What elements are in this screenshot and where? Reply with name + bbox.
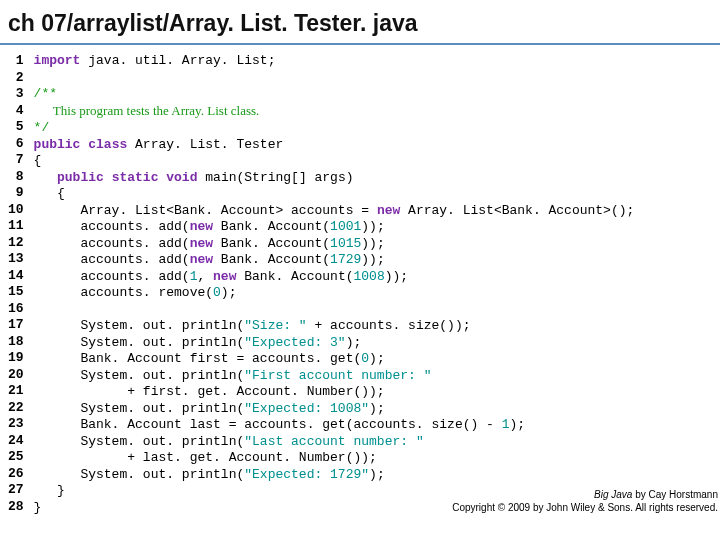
code-text: + accounts. size()); [307, 318, 471, 333]
string-literal: "Expected: 1729" [244, 467, 369, 482]
code-text: ); [346, 335, 362, 350]
number-literal: 1 [502, 417, 510, 432]
code-text: System. out. println( [34, 467, 245, 482]
keyword-import: import [34, 53, 81, 68]
code-text: accounts. add( [34, 252, 190, 267]
keyword-static: static [112, 170, 159, 185]
footer-author: by Cay Horstmann [632, 489, 718, 500]
code-text: java. util. Array. List; [80, 53, 275, 68]
keyword-new: new [190, 236, 213, 251]
code-text: accounts. add( [34, 269, 190, 284]
code-text: System. out. println( [34, 368, 245, 383]
brace: } [34, 500, 42, 515]
code-text: accounts. add( [34, 219, 190, 234]
code-text: Bank. Account( [213, 236, 330, 251]
page-title: ch 07/arraylist/Array. List. Tester. jav… [0, 0, 720, 43]
code-text: Bank. Account first = accounts. get( [34, 351, 362, 366]
number-literal: 0 [213, 285, 221, 300]
code-text: ); [369, 467, 385, 482]
brace: } [34, 483, 65, 498]
keyword-class: class [88, 137, 127, 152]
code-text: ); [369, 401, 385, 416]
string-literal: "Expected: 3" [244, 335, 345, 350]
code-text: Array. List. Tester [127, 137, 283, 152]
keyword-new: new [190, 219, 213, 234]
keyword-public: public [34, 137, 81, 152]
code-text: + first. get. Account. Number()); [34, 384, 385, 399]
number-literal: 1008 [354, 269, 385, 284]
code-content: import java. util. Array. List; /** This… [34, 53, 635, 516]
code-text: main(String[] args) [197, 170, 353, 185]
code-text: )); [385, 269, 408, 284]
number-literal: 1015 [330, 236, 361, 251]
code-text: Bank. Account( [236, 269, 353, 284]
string-literal: "Last account number: " [244, 434, 423, 449]
code-text: System. out. println( [34, 335, 245, 350]
code-text: )); [361, 252, 384, 267]
comment-close: */ [34, 120, 50, 135]
code-text: Array. List<Bank. Account> accounts = [34, 203, 377, 218]
doc-comment: This program tests the Array. List class… [34, 103, 260, 118]
brace: { [34, 153, 42, 168]
indent [34, 170, 57, 185]
footer-copyright: Copyright © 2009 by John Wiley & Sons. A… [452, 502, 718, 513]
keyword-public: public [57, 170, 104, 185]
footer: Big Java by Cay Horstmann Copyright © 20… [452, 488, 718, 514]
code-text: Array. List<Bank. Account>(); [400, 203, 634, 218]
line-number-gutter: 1 2 3 4 5 6 7 8 9 10 11 12 13 14 15 16 1… [8, 53, 34, 516]
code-text: accounts. remove( [34, 285, 213, 300]
code-text: ); [510, 417, 526, 432]
code-block: 1 2 3 4 5 6 7 8 9 10 11 12 13 14 15 16 1… [0, 53, 720, 516]
code-text: accounts. add( [34, 236, 190, 251]
code-text: , [197, 269, 213, 284]
number-literal: 1729 [330, 252, 361, 267]
number-literal: 1001 [330, 219, 361, 234]
string-literal: "Size: " [244, 318, 306, 333]
footer-book-title: Big Java [594, 489, 632, 500]
string-literal: "First account number: " [244, 368, 431, 383]
code-text: System. out. println( [34, 434, 245, 449]
code-text: ); [369, 351, 385, 366]
code-text: )); [361, 236, 384, 251]
code-text: )); [361, 219, 384, 234]
string-literal: "Expected: 1008" [244, 401, 369, 416]
keyword-void: void [166, 170, 197, 185]
keyword-new: new [190, 252, 213, 267]
keyword-new: new [377, 203, 400, 218]
code-text: Bank. Account last = accounts. get(accou… [34, 417, 502, 432]
keyword-new: new [213, 269, 236, 284]
code-text: + last. get. Account. Number()); [34, 450, 377, 465]
comment-open: /** [34, 86, 57, 101]
title-rule [0, 43, 720, 45]
brace: { [34, 186, 65, 201]
code-text: System. out. println( [34, 318, 245, 333]
code-text: ); [221, 285, 237, 300]
code-text: System. out. println( [34, 401, 245, 416]
number-literal: 0 [361, 351, 369, 366]
code-text: Bank. Account( [213, 252, 330, 267]
code-text: Bank. Account( [213, 219, 330, 234]
